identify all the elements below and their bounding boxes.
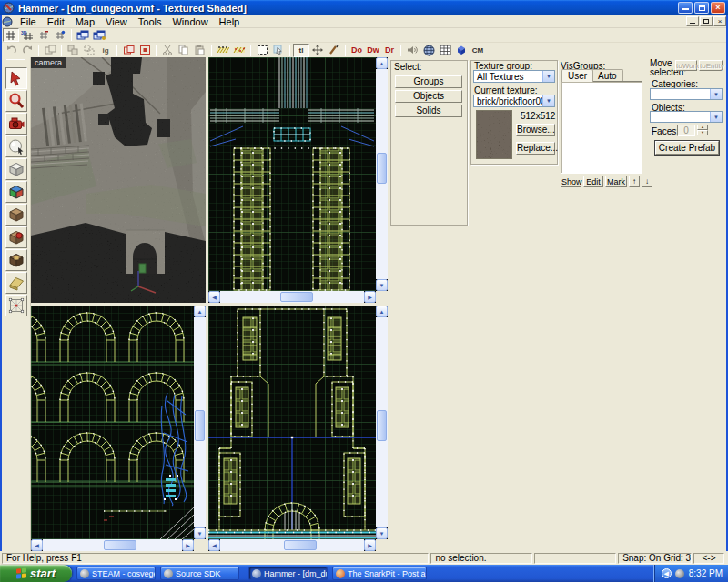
- vertical-scrollbar[interactable]: ▲ ▼: [376, 57, 388, 291]
- scroll-up-icon[interactable]: ▲: [194, 306, 206, 317]
- scroll-up-icon[interactable]: ▲: [376, 306, 388, 317]
- display-ray-icon[interactable]: Dr: [381, 44, 398, 57]
- visgroups-show-button[interactable]: Show: [561, 176, 581, 187]
- menu-edit[interactable]: Edit: [42, 16, 70, 27]
- to-world-button[interactable]: toWorld: [675, 60, 697, 71]
- spinner-down-icon[interactable]: ▼: [697, 130, 708, 135]
- scroll-down-icon[interactable]: ▼: [376, 527, 388, 539]
- cordon-mask-icon[interactable]: CM: [470, 44, 486, 57]
- faces-spinner[interactable]: ▲ ▼: [697, 125, 708, 135]
- faces-input[interactable]: 0: [677, 125, 695, 136]
- scroll-right-icon[interactable]: ▶: [364, 291, 376, 303]
- categories-dropdown[interactable]: ▼: [650, 88, 723, 100]
- visgroups-edit-button[interactable]: Edit: [583, 176, 603, 187]
- menu-file[interactable]: File: [15, 16, 42, 27]
- visgroups-mark-button[interactable]: Mark: [605, 176, 627, 187]
- scroll-right-icon[interactable]: ▶: [182, 539, 194, 551]
- hide-unselected-icon[interactable]: [136, 44, 153, 57]
- vertex-manipulation-tool-button[interactable]: [5, 295, 27, 316]
- restore-button[interactable]: [694, 2, 709, 14]
- entity-tool-button[interactable]: [5, 135, 27, 157]
- mdi-minimize-button[interactable]: [686, 16, 699, 26]
- copy-icon[interactable]: [176, 44, 192, 57]
- run-map-globe-icon[interactable]: [420, 44, 437, 57]
- selection-tool-button[interactable]: [5, 67, 27, 89]
- horizontal-scrollbar[interactable]: ◀ ▶: [31, 539, 194, 551]
- title-bar[interactable]: Hammer - [dm_dungeon.vmf - Textured Shad…: [0, 0, 728, 15]
- menu-map[interactable]: Map: [70, 16, 100, 27]
- dropdown-arrow-icon[interactable]: ▼: [710, 89, 722, 99]
- close-button[interactable]: ×: [711, 2, 725, 14]
- mdi-close-button[interactable]: ×: [713, 16, 726, 26]
- visgroups-tab-auto[interactable]: Auto: [592, 69, 623, 81]
- group-icon[interactable]: [65, 44, 81, 57]
- viewport-splitter-horizontal[interactable]: [31, 303, 388, 306]
- toggle-2d-grid-icon[interactable]: [3, 28, 19, 42]
- apply-overlays-tool-button[interactable]: [5, 249, 27, 271]
- visgroups-tab-user[interactable]: User: [561, 69, 593, 82]
- larger-grid-icon[interactable]: [52, 28, 68, 42]
- create-prefab-button[interactable]: Create Prefab: [655, 141, 719, 155]
- save-window-state-icon[interactable]: [91, 28, 107, 42]
- taskbar-button-steam[interactable]: STEAM - cosvegeta86: [76, 567, 156, 580]
- block-tool-button[interactable]: [5, 158, 27, 180]
- redo-icon[interactable]: [19, 44, 35, 57]
- replace-button[interactable]: Replace...: [516, 142, 555, 155]
- menu-window[interactable]: Window: [167, 16, 213, 27]
- viewport-camera-label[interactable]: camera: [31, 57, 66, 68]
- palette-grip[interactable]: [6, 59, 25, 65]
- grid-properties-icon[interactable]: [437, 44, 453, 57]
- cut-icon[interactable]: [159, 44, 176, 57]
- horizontal-scrollbar[interactable]: ◀ ▶: [208, 539, 376, 551]
- select-touching-icon[interactable]: [254, 44, 270, 57]
- scroll-left-icon[interactable]: ◀: [208, 291, 220, 303]
- scale-handles-icon[interactable]: [309, 44, 326, 57]
- menu-tools[interactable]: Tools: [133, 16, 167, 27]
- apply-current-texture-tool-button[interactable]: [5, 204, 27, 226]
- load-window-state-icon[interactable]: [75, 28, 91, 42]
- tray-collapse-icon[interactable]: ◀: [662, 568, 672, 578]
- texture-group-dropdown[interactable]: All Textures ▼: [473, 70, 555, 83]
- apply-decals-tool-button[interactable]: [5, 226, 27, 248]
- texture-lock-b-icon[interactable]: [231, 44, 248, 57]
- scroll-left-icon[interactable]: ◀: [208, 539, 220, 551]
- taskbar-button-snarkpit[interactable]: The SnarkPit - Post a ...: [332, 567, 427, 580]
- scroll-down-icon[interactable]: ▼: [376, 279, 388, 291]
- viewport-3d-camera[interactable]: camera: [31, 57, 206, 303]
- scroll-left-icon[interactable]: ◀: [31, 539, 43, 551]
- ignore-groups-icon[interactable]: ig: [97, 44, 114, 57]
- camera-tool-button[interactable]: [5, 113, 27, 135]
- undo-icon[interactable]: [3, 44, 19, 57]
- menu-view[interactable]: View: [100, 16, 133, 27]
- magnify-tool-button[interactable]: [5, 90, 27, 112]
- hide-selected-icon[interactable]: [120, 44, 136, 57]
- scroll-right-icon[interactable]: ▶: [364, 539, 376, 551]
- texture-lock-a-icon[interactable]: [215, 44, 231, 57]
- dropdown-arrow-icon[interactable]: ▼: [542, 71, 554, 82]
- taskbar-button-hammer[interactable]: Hammer - [dm_dunge...: [248, 567, 328, 580]
- dropdown-arrow-icon[interactable]: ▼: [710, 112, 722, 122]
- taskbar-button-source-sdk[interactable]: Source SDK: [160, 567, 239, 580]
- mdi-restore-button[interactable]: [700, 16, 713, 26]
- visgroups-move-up-button[interactable]: ↑: [629, 176, 640, 187]
- current-texture-dropdown[interactable]: brick/brickfloor001a ▼: [473, 95, 555, 107]
- start-button[interactable]: start: [0, 565, 72, 582]
- display-wireframe-icon[interactable]: Dw: [365, 44, 381, 57]
- clipping-tool-button[interactable]: [5, 272, 27, 294]
- minimize-button[interactable]: [678, 2, 693, 14]
- model-render-icon[interactable]: [453, 44, 470, 57]
- texture-preview-thumbnail[interactable]: [476, 110, 512, 159]
- carve-icon[interactable]: [42, 44, 58, 57]
- browse-button[interactable]: Browse...: [516, 124, 555, 136]
- display-opaque-icon[interactable]: Do: [349, 44, 365, 57]
- vertical-scrollbar[interactable]: ▲ ▼: [194, 306, 206, 539]
- texture-application-tool-button[interactable]: [5, 181, 27, 203]
- viewport-2d-side[interactable]: ▲ ▼ ◀ ▶: [208, 306, 388, 551]
- viewport-2d-front[interactable]: ▲ ▼ ◀ ▶: [31, 306, 206, 551]
- select-solids-button[interactable]: Solids: [395, 105, 462, 117]
- dropdown-arrow-icon[interactable]: ▼: [542, 95, 554, 106]
- visgroups-move-down-button[interactable]: ↓: [642, 176, 652, 187]
- to-entity-button[interactable]: toEntity: [699, 60, 723, 71]
- mdi-document-icon[interactable]: [2, 16, 13, 27]
- sound-preview-icon[interactable]: [404, 44, 420, 57]
